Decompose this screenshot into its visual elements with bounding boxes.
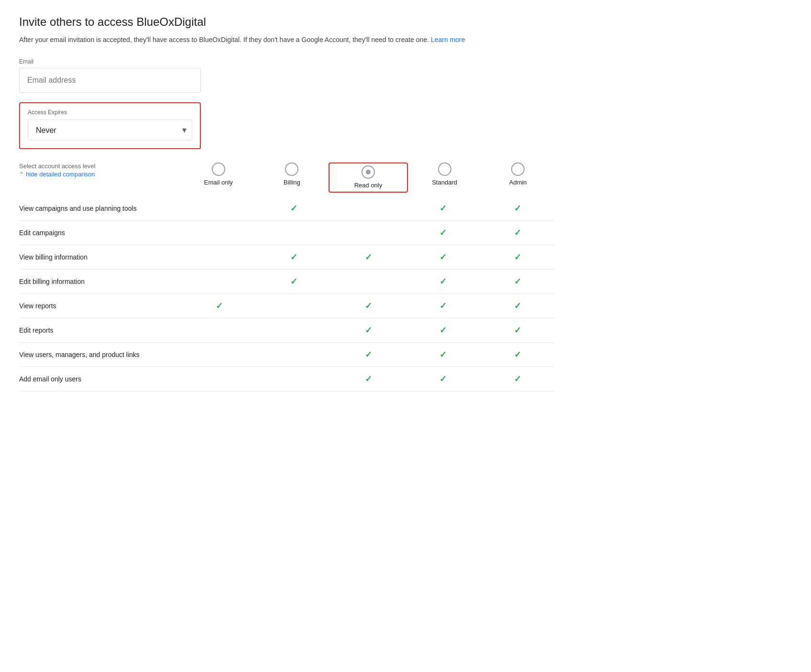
checkmark-icon: ✓ <box>514 325 521 335</box>
permission-check-admin: ✓ <box>480 367 555 391</box>
radio-email-only[interactable]: Email only <box>182 163 255 193</box>
permission-check-standard: ✓ <box>406 221 480 245</box>
permission-check-admin: ✓ <box>480 270 555 294</box>
checkmark-icon: ✓ <box>439 325 447 335</box>
access-expires-select[interactable]: Never 30 days 60 days 90 days Custom <box>28 119 192 141</box>
permission-check-standard: ✓ <box>406 367 480 391</box>
radio-email-only-label: Email only <box>204 179 233 186</box>
checkmark-icon: ✓ <box>514 228 521 238</box>
email-input[interactable] <box>19 68 201 93</box>
permission-name: View users, managers, and product links <box>19 343 182 367</box>
checkmark-icon: ✓ <box>290 277 297 286</box>
checkmark-icon: ✓ <box>514 277 521 286</box>
radio-billing-label: Billing <box>284 179 300 186</box>
radio-standard[interactable]: Standard <box>408 163 482 193</box>
checkmark-icon: ✓ <box>439 228 447 238</box>
permission-check-read_only: ✓ <box>331 367 406 391</box>
table-row: View reports✓✓✓✓ <box>19 294 555 318</box>
permission-name: View billing information <box>19 245 182 270</box>
permission-check-email_only: ✓ <box>182 294 256 318</box>
permission-check-admin: ✓ <box>480 294 555 318</box>
permission-check-read_only: ✓ <box>331 245 406 270</box>
permission-check-billing: ✓ <box>256 270 331 294</box>
permission-check-admin: ✓ <box>480 221 555 245</box>
checkmark-icon: ✓ <box>514 252 521 262</box>
checkmark-icon: ✓ <box>439 374 447 384</box>
permission-check-email_only <box>182 270 256 294</box>
permission-check-read_only: ✓ <box>331 294 406 318</box>
access-expires-label: Access Expires <box>28 109 192 116</box>
hide-comparison-button[interactable]: ⌃ hide detailed comparison <box>19 171 182 178</box>
checkmark-icon: ✓ <box>439 301 447 311</box>
radio-billing-button[interactable] <box>285 163 298 176</box>
permission-check-admin: ✓ <box>480 245 555 270</box>
radio-read-only[interactable]: Read only <box>329 163 408 193</box>
table-row: View users, managers, and product links✓… <box>19 343 555 367</box>
permission-check-email_only <box>182 367 256 391</box>
checkmark-icon: ✓ <box>365 301 372 311</box>
radio-standard-label: Standard <box>432 179 457 186</box>
radio-admin-label: Admin <box>509 179 527 186</box>
learn-more-link[interactable]: Learn more <box>431 36 465 43</box>
permissions-table: View campaigns and use planning tools✓✓✓… <box>19 196 555 391</box>
access-expires-section: Access Expires Never 30 days 60 days 90 … <box>19 102 201 149</box>
permission-check-email_only <box>182 221 256 245</box>
permission-check-billing <box>256 294 331 318</box>
table-row: Edit reports✓✓✓ <box>19 318 555 343</box>
radio-admin-button[interactable] <box>511 163 525 176</box>
permission-check-standard: ✓ <box>406 270 480 294</box>
checkmark-icon: ✓ <box>365 350 372 359</box>
radio-email-only-button[interactable] <box>212 163 225 176</box>
checkmark-icon: ✓ <box>439 350 447 359</box>
radio-read-only-button[interactable] <box>362 165 375 179</box>
permission-check-billing <box>256 343 331 367</box>
permission-check-standard: ✓ <box>406 294 480 318</box>
permission-check-read_only: ✓ <box>331 343 406 367</box>
permission-check-email_only <box>182 318 256 343</box>
permission-name: Add email only users <box>19 367 182 391</box>
table-row: View campaigns and use planning tools✓✓✓ <box>19 196 555 221</box>
permission-check-standard: ✓ <box>406 245 480 270</box>
permission-check-read_only <box>331 196 406 221</box>
access-level-section: Select account access level ⌃ hide detai… <box>19 163 555 391</box>
checkmark-icon: ✓ <box>439 204 447 213</box>
permission-check-billing <box>256 318 331 343</box>
permission-check-standard: ✓ <box>406 343 480 367</box>
permission-check-billing: ✓ <box>256 196 331 221</box>
radio-admin[interactable]: Admin <box>481 163 555 193</box>
permission-check-admin: ✓ <box>480 343 555 367</box>
checkmark-icon: ✓ <box>514 204 521 213</box>
checkmark-icon: ✓ <box>365 374 372 384</box>
radio-billing[interactable]: Billing <box>255 163 329 193</box>
permission-check-billing: ✓ <box>256 245 331 270</box>
radio-standard-button[interactable] <box>438 163 451 176</box>
checkmark-icon: ✓ <box>439 277 447 286</box>
table-row: Edit billing information✓✓✓ <box>19 270 555 294</box>
permission-name: View campaigns and use planning tools <box>19 196 182 221</box>
permission-check-standard: ✓ <box>406 318 480 343</box>
checkmark-icon: ✓ <box>365 325 372 335</box>
checkmark-icon: ✓ <box>514 350 521 359</box>
radio-read-only-label: Read only <box>354 182 383 189</box>
table-row: View billing information✓✓✓✓ <box>19 245 555 270</box>
hide-comparison-label: hide detailed comparison <box>26 171 95 178</box>
checkmark-icon: ✓ <box>290 252 297 262</box>
permission-name: Edit billing information <box>19 270 182 294</box>
permission-name: Edit reports <box>19 318 182 343</box>
permission-check-billing <box>256 367 331 391</box>
permission-check-admin: ✓ <box>480 196 555 221</box>
radio-read-only-inner <box>366 170 371 174</box>
checkmark-icon: ✓ <box>216 301 223 311</box>
checkmark-icon: ✓ <box>365 252 372 262</box>
access-expires-select-wrapper: Never 30 days 60 days 90 days Custom ▾ <box>28 119 192 141</box>
access-level-header-left: Select account access level ⌃ hide detai… <box>19 163 182 178</box>
checkmark-icon: ✓ <box>439 252 447 262</box>
chevron-up-icon: ⌃ <box>19 171 24 178</box>
permission-name: Edit campaigns <box>19 221 182 245</box>
permission-check-read_only <box>331 270 406 294</box>
checkmark-icon: ✓ <box>514 374 521 384</box>
checkmark-icon: ✓ <box>290 204 297 213</box>
radio-buttons-row: Email only Billing Read only Standard <box>182 163 555 193</box>
permission-check-email_only <box>182 196 256 221</box>
permission-check-email_only <box>182 245 256 270</box>
